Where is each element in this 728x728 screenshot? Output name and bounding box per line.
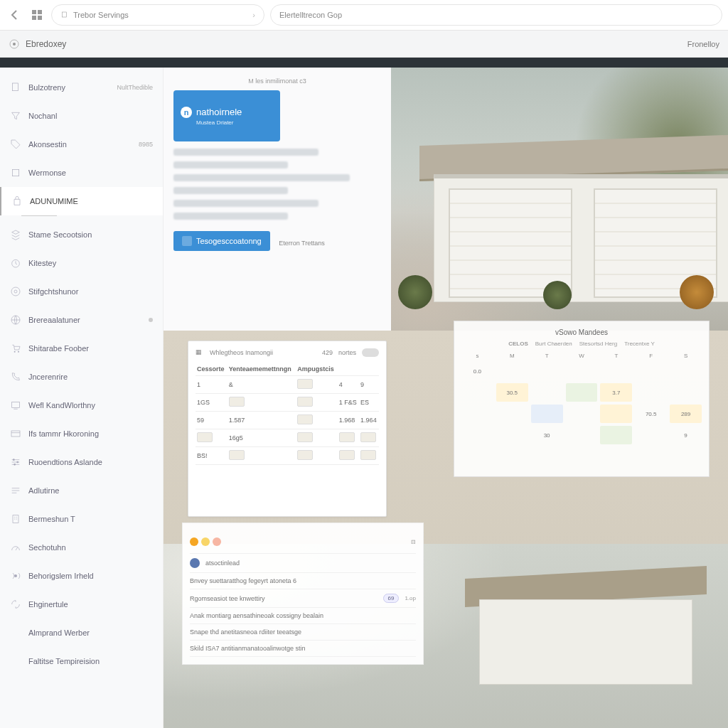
calendar-cell[interactable] [566, 447, 598, 466]
table-cell: 4 [338, 376, 359, 394]
table-row[interactable]: BS! [196, 447, 379, 465]
secondary-search-box[interactable]: Elertelltrecon Gop [270, 4, 722, 26]
form-collapse-icon[interactable]: ⊟ [411, 539, 416, 545]
calendar-cell[interactable]: 70.5 [635, 405, 667, 423]
sidebar-item-17[interactable]: Behorigslem Irheld [0, 562, 163, 590]
shrub-shape [398, 275, 432, 309]
menu-button[interactable] [28, 6, 46, 23]
sidebar-item-18[interactable]: Ehginertule [0, 590, 163, 619]
calendar-cell[interactable] [461, 383, 493, 402]
calendar-cell[interactable] [635, 362, 667, 380]
calendar-cell[interactable] [600, 362, 632, 380]
calendar-cell[interactable] [670, 362, 702, 380]
chip-icon [339, 432, 355, 442]
svg-rect-1 [38, 10, 42, 14]
status-dot-icon [213, 537, 221, 546]
table-row[interactable]: 1GS1 F&SES [196, 394, 379, 412]
calendar-cell[interactable] [531, 383, 563, 402]
calendar-cell[interactable] [461, 447, 493, 466]
sidebar-item-6[interactable]: Kitestey [0, 249, 163, 277]
table-row[interactable]: 591.5871.9681.964 [196, 412, 379, 429]
table-cell: 9 [359, 376, 379, 394]
sidebar-item-3[interactable]: Wermonse [0, 159, 163, 187]
schedule-card: ▦ Whlegtheos Inamongii 429 nortes Cessor… [188, 341, 387, 517]
brand-card[interactable]: n nathoirnele Mustea Driater [173, 90, 280, 141]
sidebar-item-label: Nochanl [28, 112, 153, 120]
details-form: ⊟ atsoctinlead Bnvey suettaratthog fegey… [182, 523, 424, 665]
sidebar-item-20[interactable]: Faltitse Tempireision [0, 647, 163, 675]
table-cell: 1.587 [228, 412, 296, 429]
calendar-cell[interactable]: 0.0 [461, 362, 493, 380]
calendar-cell[interactable] [531, 447, 563, 466]
form-row: Bnvey suettaratthog fegeyrt atoneta 6 [190, 573, 416, 589]
table-row[interactable]: 1&49 [196, 376, 379, 394]
calendar-tab[interactable]: Stesortsd Herg [579, 341, 617, 347]
schedule-toggle[interactable] [362, 348, 379, 357]
lower-region: ▦ Whlegtheos Inamongii 429 nortes Cessor… [164, 331, 728, 728]
sidebar-item-14[interactable]: Adlutirne [0, 476, 163, 505]
svg-point-19 [14, 464, 16, 466]
calendar-cell[interactable] [461, 405, 493, 423]
calendar-cell[interactable] [566, 426, 598, 444]
sidebar-item-9[interactable]: Shitarabe Foober [0, 334, 163, 363]
sidebar-item-4[interactable]: ADUNUMIME [0, 187, 163, 215]
calendar-cell[interactable] [635, 447, 667, 466]
calendar-cell[interactable] [531, 362, 563, 380]
calendar-cell[interactable] [670, 383, 702, 402]
calendar-cell[interactable]: 30 [531, 426, 563, 444]
sidebar-item-15[interactable]: Bermeshun T [0, 505, 163, 533]
calendar-cell[interactable] [496, 405, 528, 423]
calendar-card: vSowo Mandees CELOSBurt ChaerdenStesorts… [454, 321, 710, 477]
gauge-icon [10, 542, 21, 553]
table-cell: ES [359, 394, 379, 412]
sidebar-item-1[interactable]: Nochanl [0, 102, 163, 130]
calendar-cell[interactable]: 289 [670, 405, 702, 423]
calendar-day-label: T [600, 353, 632, 359]
calendar-cell[interactable] [670, 447, 702, 466]
calendar-tab[interactable]: Trecentxe Y [624, 341, 655, 347]
calendar-cell[interactable]: 30.5 [496, 383, 528, 402]
sidebar-item-13[interactable]: Ruoendtions Aslande [0, 448, 163, 476]
sidebar-item-19[interactable]: Almprand Werber [0, 619, 163, 647]
table-cell: 59 [196, 412, 228, 429]
svg-point-5 [13, 43, 16, 46]
globe-icon [10, 314, 21, 326]
sidebar-item-16[interactable]: Sechotuhn [0, 533, 163, 562]
calendar-tab[interactable]: Burt Chaerden [535, 341, 572, 347]
calendar-cell[interactable] [496, 362, 528, 380]
sidebar-item-12[interactable]: Ifs tammr Hkoroning [0, 419, 163, 448]
building-icon [10, 513, 21, 525]
primary-action-button[interactable]: Tesogesccoatonng [173, 231, 270, 251]
calendar-cell[interactable] [600, 447, 632, 466]
search-box[interactable]: Trebor Servings › [51, 4, 264, 26]
schedule-table: CessorteYenteaememettnngnAmpugstcis 1&49… [196, 363, 379, 465]
sidebar-item-10[interactable]: Jncerenrire [0, 363, 163, 391]
back-button[interactable] [6, 6, 23, 23]
calendar-cell[interactable]: 9 [670, 426, 702, 444]
calendar-cell[interactable] [635, 383, 667, 402]
sidebar-item-5[interactable]: Stame Secootsion [0, 220, 163, 249]
calendar-cell[interactable]: 3.7 [600, 383, 632, 402]
calendar-cell[interactable] [461, 426, 493, 444]
table-row[interactable]: 16g5 [196, 429, 379, 447]
secondary-placeholder: Elertelltrecon Gop [279, 11, 342, 19]
calendar-cell[interactable] [566, 405, 598, 423]
calendar-cell[interactable] [566, 383, 598, 402]
calendar-cell[interactable] [600, 426, 632, 444]
calendar-cell[interactable] [566, 362, 598, 380]
calendar-cell[interactable] [635, 426, 667, 444]
sidebar-item-2[interactable]: Akonsestin8985 [0, 130, 163, 159]
sidebar-item-0[interactable]: BulzotrenyNultThedible [0, 73, 163, 102]
sidebar-item-7[interactable]: Stifgchtshunor [0, 277, 163, 306]
calendar-cell[interactable] [496, 426, 528, 444]
sidebar-item-8[interactable]: Brereaalatuner [0, 306, 163, 334]
timer-icon [10, 257, 21, 269]
form-row: Snape thd anetitasneoa rdiiter teeatsge [190, 624, 416, 641]
sidebar-item-11[interactable]: Wefl KandWlorthny [0, 391, 163, 419]
calendar-cell[interactable] [496, 447, 528, 466]
calendar-cell[interactable] [531, 405, 563, 423]
sidebar-item-label: Ruoendtions Aslande [28, 458, 153, 466]
form-row-label: Skild ISA7 antitianmanatooalinwotge stin [190, 645, 416, 652]
calendar-tab[interactable]: CELOS [508, 341, 528, 347]
calendar-cell[interactable] [600, 405, 632, 423]
